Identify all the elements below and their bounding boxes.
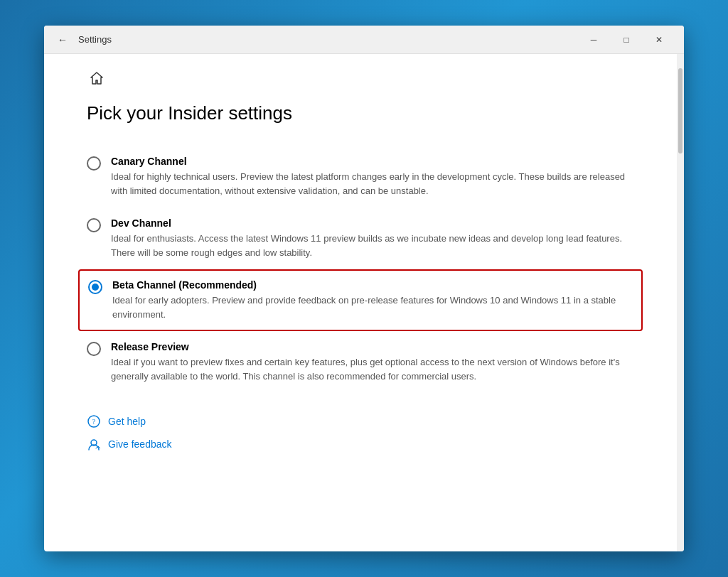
radio-canary[interactable]	[87, 156, 101, 171]
get-help-icon: ?	[87, 414, 101, 428]
radio-dev[interactable]	[87, 218, 101, 232]
option-canary[interactable]: Canary Channel Ideal for highly technica…	[87, 146, 634, 207]
option-beta[interactable]: Beta Channel (Recommended) Ideal for ear…	[78, 269, 643, 331]
bottom-links: ? Get help Give feedback	[87, 393, 634, 465]
option-beta-text: Beta Channel (Recommended) Ideal for ear…	[112, 279, 633, 321]
option-canary-text: Canary Channel Ideal for highly technica…	[111, 156, 634, 198]
content-area: Pick your Insider settings Canary Channe…	[44, 54, 684, 551]
get-help-link[interactable]: ? Get help	[87, 414, 634, 428]
option-dev-title: Dev Channel	[111, 217, 634, 229]
home-icon[interactable]	[87, 68, 107, 88]
get-help-label: Get help	[108, 416, 146, 427]
option-beta-desc: Ideal for early adopters. Preview and pr…	[112, 293, 633, 321]
option-canary-desc: Ideal for highly technical users. Previe…	[111, 170, 634, 198]
home-icon-row	[87, 54, 634, 95]
option-canary-title: Canary Channel	[111, 156, 634, 167]
window-controls: ─ □ ✕	[577, 26, 675, 54]
maximize-button[interactable]: □	[610, 26, 643, 54]
option-release-preview-title: Release Preview	[111, 341, 634, 352]
give-feedback-label: Give feedback	[108, 438, 172, 450]
option-dev-text: Dev Channel Ideal for enthusiasts. Acces…	[111, 217, 634, 259]
close-button[interactable]: ✕	[643, 26, 675, 54]
radio-release-preview[interactable]	[87, 342, 101, 356]
svg-text:?: ?	[92, 418, 96, 426]
scrollbar-thumb[interactable]	[678, 68, 682, 153]
minimize-button[interactable]: ─	[577, 26, 610, 54]
options-list: Canary Channel Ideal for highly technica…	[87, 146, 634, 393]
titlebar: ← Settings ─ □ ✕	[44, 26, 684, 54]
give-feedback-link[interactable]: Give feedback	[87, 437, 634, 451]
radio-beta[interactable]	[88, 280, 102, 294]
settings-window: ← Settings ─ □ ✕	[44, 26, 684, 551]
scrollbar[interactable]	[677, 54, 684, 551]
back-button[interactable]: ←	[53, 30, 73, 50]
option-beta-title: Beta Channel (Recommended)	[112, 279, 633, 291]
option-release-preview-text: Release Preview Ideal if you want to pre…	[111, 341, 634, 383]
option-release-preview-desc: Ideal if you want to preview fixes and c…	[111, 355, 634, 383]
main-content: Pick your Insider settings Canary Channe…	[44, 54, 677, 551]
option-dev-desc: Ideal for enthusiasts. Access the latest…	[111, 232, 634, 259]
window-title: Settings	[78, 34, 577, 45]
radio-beta-inner	[92, 284, 99, 291]
option-dev[interactable]: Dev Channel Ideal for enthusiasts. Acces…	[87, 207, 634, 269]
option-release-preview[interactable]: Release Preview Ideal if you want to pre…	[87, 331, 634, 393]
page-title: Pick your Insider settings	[87, 102, 634, 124]
give-feedback-icon	[87, 437, 101, 451]
